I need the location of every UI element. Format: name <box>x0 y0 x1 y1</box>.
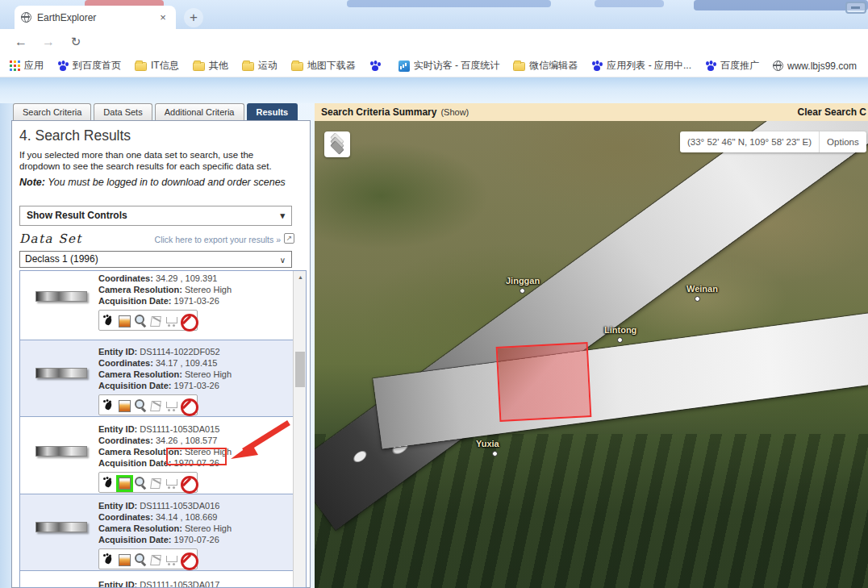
reload-icon[interactable] <box>66 32 86 52</box>
result-row[interactable]: Entity ID: DS1111-1053DA017 <box>20 570 293 588</box>
bookmark-folder-mapdownloader[interactable]: 地图下载器 <box>291 59 356 73</box>
background-window-artifact <box>595 0 664 7</box>
annotation-box <box>166 448 227 465</box>
show-result-controls-toggle[interactable]: Show Result Controls <box>19 206 292 226</box>
window-minimize-button[interactable] <box>845 2 866 14</box>
exclude-icon[interactable] <box>181 314 194 327</box>
scene-actions <box>98 548 198 569</box>
earthexplorer-favicon-icon <box>21 12 31 23</box>
baidu-paw-icon <box>705 60 716 72</box>
order-icon[interactable] <box>149 398 163 412</box>
footprint-icon[interactable] <box>102 398 115 412</box>
browser-tab[interactable]: EarthExplorer <box>15 6 176 29</box>
scene-thumbnail[interactable] <box>35 446 87 457</box>
back-icon[interactable] <box>11 32 31 52</box>
cart-icon[interactable] <box>165 553 178 566</box>
result-row[interactable]: Coordinates: 34.29 , 109.391 Camera Reso… <box>20 271 293 340</box>
bookmark-app-list[interactable]: 应用列表 - 应用中... <box>591 59 691 73</box>
footprint-icon[interactable] <box>102 476 115 490</box>
metadata-icon[interactable] <box>133 398 147 412</box>
search-results-note: Note: You must be logged in to download … <box>19 177 295 189</box>
browse-overlay-icon[interactable] <box>118 399 131 413</box>
tab-data-sets[interactable]: Data Sets <box>94 103 152 121</box>
bookmarks-bar: 应用 到百度首页 IT信息 其他 运动 地图下载器 实时访客 - 百度统计 微信… <box>0 55 868 77</box>
export-results-link[interactable]: Click here to export your results » <box>119 235 281 244</box>
export-icon[interactable] <box>284 233 294 244</box>
scene-thumbnail[interactable] <box>35 291 87 302</box>
dataset-label: Data Set <box>19 231 82 246</box>
scene-actions <box>98 310 198 331</box>
result-row[interactable]: Entity ID: DS1111-1053DA016 Coordinates:… <box>20 494 293 570</box>
browser-toolbar: earthexplorer.usgs.gov <box>0 29 868 55</box>
globe-icon <box>773 60 783 71</box>
bookmark-baidu-promo[interactable]: 百度推广 <box>705 59 759 73</box>
cart-icon[interactable] <box>165 314 178 327</box>
tab-results[interactable]: Results <box>247 103 298 121</box>
scene-thumbnail[interactable] <box>35 522 87 532</box>
scrollbar-thumb[interactable] <box>295 352 305 387</box>
place-label: Jinggan <box>506 276 540 286</box>
place-marker-icon <box>695 296 700 302</box>
bookmark-apps[interactable]: 应用 <box>10 59 44 73</box>
chart-icon <box>399 60 410 72</box>
tab-close-icon[interactable] <box>156 11 169 24</box>
bookmark-baidu-stats[interactable]: 实时访客 - 百度统计 <box>399 59 500 73</box>
exclude-icon[interactable] <box>181 476 194 490</box>
footprint-icon[interactable] <box>102 314 115 327</box>
map-coordinate-control: (33° 52' 46" N, 109° 58' 23" E) Options <box>680 131 866 152</box>
folder-icon <box>193 62 205 71</box>
footprint-icon[interactable] <box>102 553 115 566</box>
clear-search-link[interactable]: Clear Search C <box>798 106 866 118</box>
earthexplorer-tabs: Search Criteria Data Sets Additional Cri… <box>13 103 298 121</box>
folder-icon <box>291 62 303 71</box>
exclude-icon[interactable] <box>181 398 194 412</box>
scene-actions <box>98 394 198 415</box>
folder-icon <box>135 62 147 71</box>
exclude-icon[interactable] <box>181 553 194 566</box>
cursor-coordinates: (33° 52' 46" N, 109° 58' 23" E) <box>680 131 820 152</box>
options-button[interactable]: Options <box>820 131 866 152</box>
scroll-up-icon[interactable] <box>294 271 307 283</box>
bookmark-folder-sports[interactable]: 运动 <box>242 59 278 73</box>
tab-search-criteria[interactable]: Search Criteria <box>13 103 91 121</box>
folder-icon <box>242 62 254 71</box>
browse-overlay-icon-active[interactable] <box>118 477 131 490</box>
dataset-select[interactable]: Declass 1 (1996) <box>19 251 292 268</box>
bookmark-baidu-home[interactable]: 到百度首页 <box>57 59 121 73</box>
browser-titlebar: EarthExplorer <box>0 0 868 29</box>
order-icon[interactable] <box>149 314 163 327</box>
cart-icon[interactable] <box>165 398 178 412</box>
result-row[interactable]: Entity ID: DS1114-1022DF052 Coordinates:… <box>20 340 293 416</box>
cart-icon[interactable] <box>165 476 178 490</box>
selected-scene-footprint[interactable] <box>496 342 592 422</box>
place-marker-icon <box>617 337 623 343</box>
order-icon[interactable] <box>149 553 163 566</box>
order-icon[interactable] <box>149 476 163 490</box>
browse-overlay-icon[interactable] <box>118 315 131 328</box>
tab-additional-criteria[interactable]: Additional Criteria <box>155 103 244 121</box>
bookmark-baidu[interactable] <box>369 60 385 72</box>
metadata-icon[interactable] <box>133 314 147 327</box>
forward-icon[interactable] <box>39 32 58 52</box>
place-label: Lintong <box>604 325 636 335</box>
new-tab-button[interactable] <box>184 8 203 27</box>
bookmark-folder-it[interactable]: IT信息 <box>135 59 179 73</box>
place-label: Weinan <box>686 284 718 294</box>
bookmark-folder-other[interactable]: 其他 <box>193 59 228 73</box>
metadata-icon[interactable] <box>133 476 147 490</box>
scene-thumbnail[interactable] <box>35 368 87 378</box>
search-results-description: If you selected more than one data set t… <box>19 149 295 172</box>
search-results-heading: 4. Search Results <box>19 127 131 144</box>
map-view[interactable]: Jinggan Weinan Lintong Yuxia (33° 52' 46… <box>315 121 868 588</box>
bookmark-lbjs99[interactable]: www.lbjs99.com <box>773 60 857 72</box>
metadata-icon[interactable] <box>133 553 147 566</box>
summary-title: Search Criteria Summary <box>321 106 436 118</box>
baidu-paw-icon <box>369 60 381 72</box>
browse-overlay-icon[interactable] <box>118 553 131 567</box>
summary-show-toggle[interactable]: (Show) <box>440 107 469 117</box>
tab-title: EarthExplorer <box>37 12 156 23</box>
background-window-artifact <box>694 0 868 10</box>
bookmark-folder-wechat-editor[interactable]: 微信编辑器 <box>513 59 578 73</box>
apps-grid-icon <box>10 60 20 71</box>
map-layers-button[interactable] <box>324 131 350 157</box>
